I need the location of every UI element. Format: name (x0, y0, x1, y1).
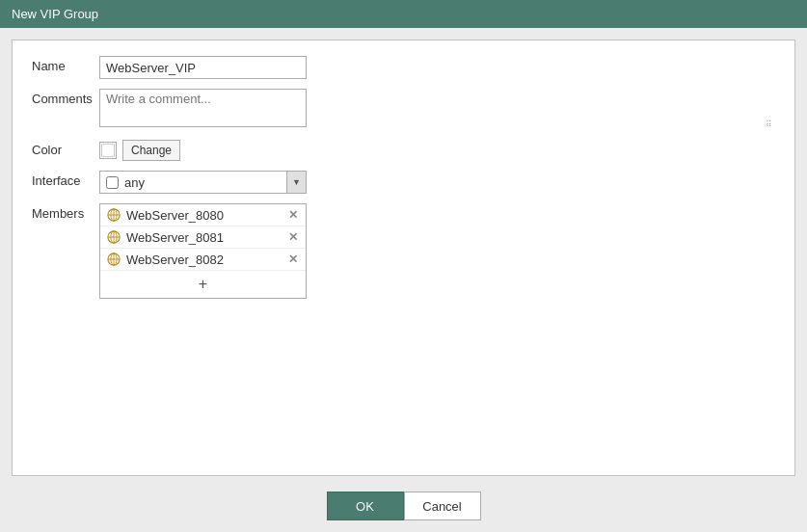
color-swatch[interactable] (99, 142, 117, 159)
interface-control-wrap: any ▼ (99, 171, 775, 194)
name-row: Name (32, 56, 775, 79)
dialog-title-bar: New VIP Group (0, 0, 807, 28)
table-row: WebServer_8081 ✕ (100, 226, 306, 249)
member-name: WebServer_8081 (126, 230, 282, 245)
remove-member-button[interactable]: ✕ (286, 209, 300, 221)
add-member-button[interactable]: + (193, 275, 213, 294)
members-list-wrap: WebServer_8080 ✕ WebServer_80 (99, 203, 775, 299)
members-label: Members (32, 203, 99, 221)
dialog-footer: OK Cancel (0, 484, 807, 532)
add-member-row: + (100, 271, 306, 298)
table-row: WebServer_8082 ✕ (100, 249, 306, 271)
members-list: WebServer_8080 ✕ WebServer_80 (99, 203, 307, 299)
name-input[interactable] (99, 56, 307, 79)
comments-field-wrap: ⠿ (99, 89, 775, 130)
table-row: WebServer_8080 ✕ (100, 204, 306, 226)
remove-member-button[interactable]: ✕ (286, 253, 300, 265)
dialog-container: Name Comments ⠿ Color Change (0, 28, 807, 532)
globe-icon (106, 252, 121, 267)
interface-row: Interface any ▼ (32, 171, 775, 194)
color-label: Color (32, 140, 99, 157)
member-name: WebServer_8082 (126, 253, 282, 267)
interface-select[interactable]: any ▼ (99, 171, 307, 194)
color-swatch-inner (101, 144, 115, 157)
color-control-wrap: Change (99, 140, 775, 161)
cancel-button[interactable]: Cancel (404, 492, 481, 520)
name-field-wrap (99, 56, 775, 79)
color-row: Color Change (32, 140, 775, 161)
chevron-down-icon[interactable]: ▼ (286, 172, 306, 193)
dialog-title: New VIP Group (12, 7, 98, 21)
comments-row: Comments ⠿ (32, 89, 775, 130)
members-row: Members WebServer_8080 ✕ (32, 203, 775, 299)
dialog-content: Name Comments ⠿ Color Change (12, 40, 795, 476)
color-row-controls: Change (99, 140, 775, 161)
comments-input[interactable] (99, 89, 307, 127)
change-color-button[interactable]: Change (122, 140, 180, 161)
interface-select-text: any (122, 175, 286, 190)
globe-icon (106, 229, 121, 245)
comments-label: Comments (32, 89, 99, 106)
name-label: Name (32, 56, 99, 73)
member-name: WebServer_8080 (126, 208, 282, 223)
interface-label: Interface (32, 171, 99, 188)
ok-button[interactable]: OK (327, 492, 404, 520)
interface-checkbox[interactable] (106, 176, 119, 189)
remove-member-button[interactable]: ✕ (286, 231, 300, 243)
resize-handle-icon: ⠿ (766, 120, 773, 128)
globe-icon (106, 207, 121, 223)
